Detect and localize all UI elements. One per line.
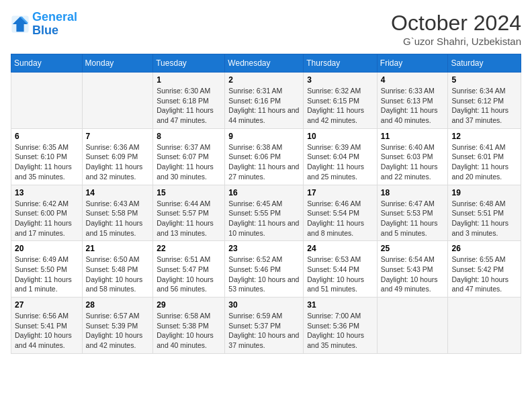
- day-content: Sunrise: 6:55 AM Sunset: 5:42 PM Dayligh…: [451, 255, 517, 294]
- logo-line2: Blue: [32, 24, 58, 37]
- day-number: 30: [228, 300, 300, 310]
- day-number: 11: [381, 132, 445, 141]
- day-content: Sunrise: 6:35 AM Sunset: 6:10 PM Dayligh…: [15, 142, 79, 182]
- calendar-cell: 17Sunrise: 6:46 AM Sunset: 5:54 PM Dayli…: [304, 185, 378, 241]
- day-number: 4: [381, 75, 445, 85]
- day-content: Sunrise: 6:38 AM Sunset: 6:06 PM Dayligh…: [228, 142, 300, 182]
- calendar-cell: [82, 73, 153, 129]
- day-number: 18: [381, 188, 445, 197]
- day-content: Sunrise: 6:54 AM Sunset: 5:43 PM Dayligh…: [381, 255, 445, 294]
- day-content: Sunrise: 6:34 AM Sunset: 6:12 PM Dayligh…: [451, 86, 517, 126]
- calendar-cell: 7Sunrise: 6:36 AM Sunset: 6:09 PM Daylig…: [82, 128, 153, 185]
- day-number: 27: [15, 300, 79, 310]
- day-content: Sunrise: 6:42 AM Sunset: 6:00 PM Dayligh…: [15, 199, 79, 238]
- day-number: 12: [451, 132, 517, 141]
- calendar-cell: [11, 73, 83, 129]
- day-content: Sunrise: 7:00 AM Sunset: 5:36 PM Dayligh…: [307, 311, 373, 351]
- day-content: Sunrise: 6:47 AM Sunset: 5:53 PM Dayligh…: [381, 199, 445, 238]
- day-content: Sunrise: 6:41 AM Sunset: 6:01 PM Dayligh…: [451, 142, 517, 182]
- calendar-week-3: 20Sunrise: 6:49 AM Sunset: 5:50 PM Dayli…: [11, 241, 521, 298]
- day-number: 19: [451, 188, 517, 197]
- day-number: 24: [307, 244, 373, 253]
- day-content: Sunrise: 6:44 AM Sunset: 5:57 PM Dayligh…: [157, 199, 221, 238]
- day-number: 17: [307, 188, 373, 197]
- calendar-cell: 5Sunrise: 6:34 AM Sunset: 6:12 PM Daylig…: [448, 73, 521, 129]
- calendar-cell: 15Sunrise: 6:44 AM Sunset: 5:57 PM Dayli…: [153, 185, 225, 241]
- day-number: 10: [307, 132, 373, 141]
- calendar-cell: 14Sunrise: 6:43 AM Sunset: 5:58 PM Dayli…: [82, 185, 153, 241]
- day-number: 20: [15, 244, 79, 253]
- calendar-cell: 16Sunrise: 6:45 AM Sunset: 5:55 PM Dayli…: [225, 185, 304, 241]
- calendar-body: 1Sunrise: 6:30 AM Sunset: 6:18 PM Daylig…: [11, 73, 521, 354]
- day-content: Sunrise: 6:48 AM Sunset: 5:51 PM Dayligh…: [451, 199, 517, 238]
- calendar-cell: 21Sunrise: 6:50 AM Sunset: 5:48 PM Dayli…: [82, 241, 153, 298]
- calendar-cell: 6Sunrise: 6:35 AM Sunset: 6:10 PM Daylig…: [11, 128, 83, 185]
- calendar-cell: 12Sunrise: 6:41 AM Sunset: 6:01 PM Dayli…: [448, 128, 521, 185]
- title-area: October 2024 G`uzor Shahri, Uzbekistan: [391, 11, 521, 47]
- calendar-week-0: 1Sunrise: 6:30 AM Sunset: 6:18 PM Daylig…: [11, 73, 521, 129]
- day-number: 14: [86, 188, 150, 197]
- calendar-cell: 27Sunrise: 6:56 AM Sunset: 5:41 PM Dayli…: [11, 298, 83, 354]
- day-number: 3: [307, 75, 373, 85]
- calendar-table: SundayMondayTuesdayWednesdayThursdayFrid…: [11, 54, 521, 354]
- calendar-cell: 9Sunrise: 6:38 AM Sunset: 6:06 PM Daylig…: [225, 128, 304, 185]
- day-content: Sunrise: 6:45 AM Sunset: 5:55 PM Dayligh…: [228, 199, 300, 238]
- calendar-cell: [377, 298, 448, 354]
- day-content: Sunrise: 6:46 AM Sunset: 5:54 PM Dayligh…: [307, 199, 373, 238]
- day-content: Sunrise: 6:37 AM Sunset: 6:07 PM Dayligh…: [157, 142, 221, 182]
- month-title: October 2024: [391, 11, 521, 36]
- calendar-cell: 18Sunrise: 6:47 AM Sunset: 5:53 PM Dayli…: [377, 185, 448, 241]
- day-number: 15: [157, 188, 221, 197]
- calendar-cell: 1Sunrise: 6:30 AM Sunset: 6:18 PM Daylig…: [153, 73, 225, 129]
- day-content: Sunrise: 6:36 AM Sunset: 6:09 PM Dayligh…: [86, 142, 150, 182]
- calendar-cell: 2Sunrise: 6:31 AM Sunset: 6:16 PM Daylig…: [225, 73, 304, 129]
- calendar-cell: 29Sunrise: 6:58 AM Sunset: 5:38 PM Dayli…: [153, 298, 225, 354]
- calendar-cell: 22Sunrise: 6:51 AM Sunset: 5:47 PM Dayli…: [153, 241, 225, 298]
- day-number: 16: [228, 188, 300, 197]
- weekday-header-thursday: Thursday: [304, 54, 378, 73]
- day-number: 25: [381, 244, 445, 253]
- day-number: 21: [86, 244, 150, 253]
- weekday-header-monday: Monday: [82, 54, 153, 73]
- day-content: Sunrise: 6:53 AM Sunset: 5:44 PM Dayligh…: [307, 255, 373, 294]
- day-content: Sunrise: 6:58 AM Sunset: 5:38 PM Dayligh…: [157, 311, 221, 351]
- day-content: Sunrise: 6:57 AM Sunset: 5:39 PM Dayligh…: [86, 311, 150, 351]
- day-number: 29: [157, 300, 221, 310]
- calendar-cell: 3Sunrise: 6:32 AM Sunset: 6:15 PM Daylig…: [304, 73, 378, 129]
- calendar-week-2: 13Sunrise: 6:42 AM Sunset: 6:00 PM Dayli…: [11, 185, 521, 241]
- day-number: 5: [451, 75, 517, 85]
- day-content: Sunrise: 6:32 AM Sunset: 6:15 PM Dayligh…: [307, 86, 373, 126]
- day-content: Sunrise: 6:33 AM Sunset: 6:13 PM Dayligh…: [381, 86, 445, 126]
- day-content: Sunrise: 6:31 AM Sunset: 6:16 PM Dayligh…: [228, 86, 300, 126]
- weekday-header-tuesday: Tuesday: [153, 54, 225, 73]
- day-number: 22: [157, 244, 221, 253]
- weekday-header-wednesday: Wednesday: [225, 54, 304, 73]
- day-content: Sunrise: 6:30 AM Sunset: 6:18 PM Dayligh…: [157, 86, 221, 126]
- location-title: G`uzor Shahri, Uzbekistan: [391, 36, 521, 47]
- header: General Blue October 2024 G`uzor Shahri,…: [11, 11, 521, 47]
- weekday-header-saturday: Saturday: [448, 54, 521, 73]
- calendar-cell: 8Sunrise: 6:37 AM Sunset: 6:07 PM Daylig…: [153, 128, 225, 185]
- logo: General Blue: [11, 11, 77, 38]
- calendar-cell: 23Sunrise: 6:52 AM Sunset: 5:46 PM Dayli…: [225, 241, 304, 298]
- day-number: 7: [86, 132, 150, 141]
- weekday-header-friday: Friday: [377, 54, 448, 73]
- calendar-cell: [448, 298, 521, 354]
- calendar-cell: 30Sunrise: 6:59 AM Sunset: 5:37 PM Dayli…: [225, 298, 304, 354]
- day-number: 31: [307, 300, 373, 310]
- calendar-cell: 26Sunrise: 6:55 AM Sunset: 5:42 PM Dayli…: [448, 241, 521, 298]
- day-content: Sunrise: 6:52 AM Sunset: 5:46 PM Dayligh…: [228, 255, 300, 294]
- calendar-cell: 13Sunrise: 6:42 AM Sunset: 6:00 PM Dayli…: [11, 185, 83, 241]
- day-number: 23: [228, 244, 300, 253]
- calendar-cell: 11Sunrise: 6:40 AM Sunset: 6:03 PM Dayli…: [377, 128, 448, 185]
- calendar-cell: 4Sunrise: 6:33 AM Sunset: 6:13 PM Daylig…: [377, 73, 448, 129]
- day-content: Sunrise: 6:39 AM Sunset: 6:04 PM Dayligh…: [307, 142, 373, 182]
- calendar-week-1: 6Sunrise: 6:35 AM Sunset: 6:10 PM Daylig…: [11, 128, 521, 185]
- calendar-header: SundayMondayTuesdayWednesdayThursdayFrid…: [11, 54, 521, 73]
- calendar-cell: 19Sunrise: 6:48 AM Sunset: 5:51 PM Dayli…: [448, 185, 521, 241]
- day-content: Sunrise: 6:59 AM Sunset: 5:37 PM Dayligh…: [228, 311, 300, 351]
- weekday-header-row: SundayMondayTuesdayWednesdayThursdayFrid…: [11, 54, 521, 73]
- calendar-cell: 28Sunrise: 6:57 AM Sunset: 5:39 PM Dayli…: [82, 298, 153, 354]
- day-content: Sunrise: 6:56 AM Sunset: 5:41 PM Dayligh…: [15, 311, 79, 351]
- logo-icon: [11, 15, 30, 34]
